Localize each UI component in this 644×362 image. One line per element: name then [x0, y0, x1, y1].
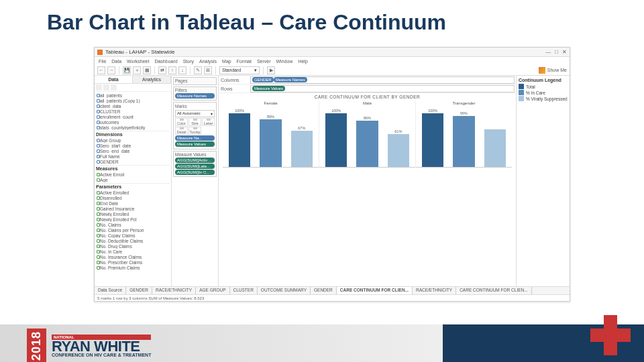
- filter-pill[interactable]: Measure Names: [175, 93, 215, 99]
- minimize-icon[interactable]: —: [545, 49, 551, 55]
- col-pill[interactable]: Measure Names: [274, 77, 307, 82]
- row-pill[interactable]: Measure Values: [252, 86, 285, 91]
- sheet-tab[interactable]: OUTCOME SUMMARY: [258, 287, 311, 294]
- sheet-tab[interactable]: RACE/ETHNICITY: [413, 287, 456, 294]
- sheet-tab[interactable]: CARE CONTINUUM FOR CLIEN...: [337, 287, 413, 294]
- close-icon[interactable]: ✕: [562, 49, 567, 55]
- menu-dashboard[interactable]: Dashboard: [154, 59, 177, 64]
- bar[interactable]: [291, 131, 313, 167]
- dim-item[interactable]: Age Group: [96, 137, 170, 143]
- mark-pill[interactable]: Measure Values: [175, 141, 215, 147]
- mv-pill[interactable]: AGG(SUM([In C...: [175, 170, 215, 175]
- swap-button[interactable]: ⇄: [158, 66, 166, 74]
- menu-data[interactable]: Data: [111, 59, 121, 64]
- forward-button[interactable]: →: [107, 66, 115, 74]
- param-item[interactable]: No. Deductible Claims: [96, 238, 170, 243]
- mark-pill[interactable]: Measure Na..: [175, 135, 215, 141]
- menu-help[interactable]: Help: [298, 59, 307, 64]
- measure-values-shelf[interactable]: Measure Values AGG(SUM([Active E... AGG(…: [173, 151, 217, 177]
- new-datasource-button[interactable]: ＋: [133, 66, 141, 74]
- param-item[interactable]: No. Copay Claims: [96, 233, 170, 238]
- bar[interactable]: [325, 113, 347, 167]
- sheet-tab[interactable]: Data Source: [95, 287, 126, 294]
- ds-item[interactable]: all_patients (Copy 1): [96, 98, 170, 103]
- bar[interactable]: [356, 121, 378, 167]
- bar[interactable]: [453, 116, 474, 167]
- new-worksheet-button[interactable]: ▦: [143, 66, 151, 74]
- ds-item[interactable]: all_patients: [96, 93, 170, 98]
- mv-pill[interactable]: AGG(SUM([Late...: [175, 164, 215, 169]
- showme-button[interactable]: Show Me: [539, 67, 567, 74]
- measure-item[interactable]: Age: [96, 177, 170, 182]
- sheet-tab[interactable]: GENDER: [311, 287, 337, 294]
- save-button[interactable]: 💾: [123, 66, 131, 74]
- menu-analysis[interactable]: Analysis: [199, 59, 217, 64]
- legend-item[interactable]: Total: [519, 84, 568, 89]
- ds-item[interactable]: enrollment_count: [96, 114, 170, 119]
- tab-analytics[interactable]: Analytics: [133, 76, 171, 83]
- group-button[interactable]: ⊞: [204, 66, 212, 74]
- sort-asc-button[interactable]: ↑: [168, 66, 176, 74]
- marks-type-dropdown[interactable]: All Automatic ▾: [175, 110, 215, 117]
- dim-item[interactable]: GENDER: [96, 159, 170, 164]
- dim-item[interactable]: Sero_start_date: [96, 143, 170, 148]
- sheet-tab[interactable]: RACE/ETHNICITY: [152, 287, 196, 294]
- marks-label[interactable]: Label: [202, 118, 215, 126]
- marks-detail[interactable]: Detail: [175, 127, 188, 135]
- sheet-tab[interactable]: GENDER: [126, 287, 152, 294]
- bar[interactable]: [484, 129, 506, 167]
- bar[interactable]: [229, 113, 250, 167]
- tab-data[interactable]: Data: [95, 76, 133, 83]
- param-item[interactable]: Gained Insurance: [96, 206, 170, 211]
- sheet-tab[interactable]: AGE GROUP: [196, 287, 229, 294]
- ds-item[interactable]: stats_countybyethnicity: [96, 125, 170, 130]
- menu-window[interactable]: Window: [276, 59, 293, 64]
- param-item[interactable]: End Date: [96, 200, 170, 206]
- param-item[interactable]: Active Enrolled: [96, 190, 170, 195]
- legend-item[interactable]: % In Care: [519, 90, 568, 95]
- param-item[interactable]: No. Claims: [96, 222, 170, 227]
- marks-size[interactable]: Size: [189, 118, 201, 126]
- filters-shelf[interactable]: Filters Measure Names: [173, 86, 217, 101]
- legend-item[interactable]: % Virally Suppressed: [519, 96, 568, 101]
- ds-item[interactable]: outcomes: [96, 119, 170, 125]
- menu-map[interactable]: Map: [222, 59, 231, 64]
- param-item[interactable]: No. Insurance Claims: [96, 254, 170, 259]
- pages-shelf[interactable]: Pages: [173, 77, 217, 85]
- connect-icon[interactable]: [96, 84, 102, 90]
- param-item[interactable]: Disenrolled: [96, 195, 170, 200]
- bar[interactable]: [260, 119, 281, 167]
- presentation-button[interactable]: ▶: [267, 66, 275, 74]
- col-pill[interactable]: GENDER: [252, 77, 274, 82]
- bar[interactable]: [388, 134, 409, 167]
- columns-shelf[interactable]: GENDER Measure Names: [250, 76, 515, 84]
- menu-format[interactable]: Format: [237, 59, 252, 64]
- dim-item[interactable]: Full Name: [96, 154, 170, 159]
- back-button[interactable]: ←: [97, 66, 105, 74]
- maximize-icon[interactable]: □: [555, 49, 558, 55]
- search-icon[interactable]: [111, 84, 117, 90]
- menu-file[interactable]: File: [99, 59, 106, 64]
- sheet-tab[interactable]: CLUSTER: [230, 287, 258, 294]
- param-item[interactable]: No. In Care: [96, 249, 170, 254]
- rows-shelf[interactable]: Measure Values: [250, 85, 515, 93]
- highlight-button[interactable]: ✎: [194, 66, 202, 74]
- param-item[interactable]: No. Premium Claims: [96, 265, 170, 270]
- measure-item[interactable]: Active Enroll: [96, 172, 170, 177]
- param-item[interactable]: No. Claims per Person: [96, 227, 170, 233]
- sort-desc-button[interactable]: ↓: [178, 66, 186, 74]
- param-item[interactable]: Newly Enrolled: [96, 211, 170, 217]
- sheet-tab[interactable]: CARE CONTINUUM FOR CLIEN...: [456, 287, 531, 294]
- marks-color[interactable]: Color: [175, 118, 188, 126]
- mv-pill[interactable]: AGG(SUM([Active E...: [175, 158, 215, 163]
- menu-story[interactable]: Story: [183, 59, 194, 64]
- menu-server[interactable]: Server: [257, 59, 271, 64]
- view-icon[interactable]: [103, 84, 109, 90]
- marks-tooltip[interactable]: Tooltip: [189, 127, 201, 135]
- param-item[interactable]: No. Prescriber Claims: [96, 259, 170, 265]
- ds-item[interactable]: CLUSTER: [96, 109, 170, 114]
- dim-item[interactable]: Sero_end_date: [96, 148, 170, 154]
- param-item[interactable]: Newly Enrolled Pct: [96, 217, 170, 222]
- param-item[interactable]: No. Drug Claims: [96, 243, 170, 249]
- bar[interactable]: [422, 113, 443, 167]
